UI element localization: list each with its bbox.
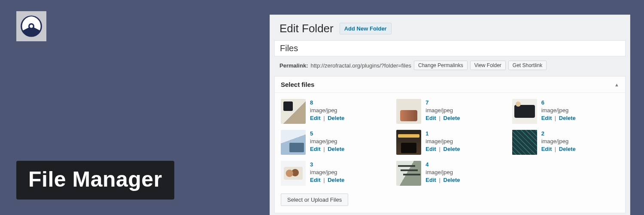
file-item: 3image/jpegEdit | Delete (281, 161, 388, 186)
file-meta: 2image/jpegEdit | Delete (541, 130, 576, 154)
select-files-metabox: Select files ▲ 8image/jpegEdit | Delete7… (274, 76, 626, 213)
file-ops: Edit | Delete (425, 176, 460, 184)
file-thumbnail[interactable] (512, 99, 537, 124)
ops-separator: | (437, 146, 442, 152)
file-edit-link[interactable]: Edit (425, 115, 436, 121)
ops-separator: | (553, 146, 558, 152)
file-thumbnail[interactable] (281, 161, 306, 186)
file-thumbnail[interactable] (396, 161, 421, 186)
file-edit-link[interactable]: Edit (541, 115, 552, 121)
file-item: 7image/jpegEdit | Delete (396, 99, 503, 124)
file-type: image/jpeg (310, 169, 344, 176)
folder-title-field-wrap (274, 40, 626, 56)
file-delete-link[interactable]: Delete (328, 146, 344, 152)
file-ops: Edit | Delete (310, 114, 344, 122)
panel-header: Edit Folder Add New Folder (270, 15, 630, 40)
file-item: 6image/jpegEdit | Delete (512, 99, 619, 124)
file-ops: Edit | Delete (425, 145, 460, 153)
file-name[interactable]: 5 (310, 130, 344, 138)
ops-separator: | (437, 115, 442, 121)
file-delete-link[interactable]: Delete (559, 115, 576, 121)
ops-separator: | (322, 146, 327, 152)
file-delete-link[interactable]: Delete (444, 177, 460, 183)
file-thumbnail[interactable] (512, 130, 537, 155)
file-ops: Edit | Delete (541, 145, 576, 153)
svg-point-2 (30, 25, 33, 28)
file-edit-link[interactable]: Edit (310, 177, 321, 183)
get-shortlink-button[interactable]: Get Shortlink (508, 61, 547, 70)
add-new-folder-button[interactable]: Add New Folder (340, 23, 392, 34)
file-delete-link[interactable]: Delete (328, 177, 344, 183)
ops-separator: | (322, 177, 327, 183)
file-item: 8image/jpegEdit | Delete (281, 99, 388, 124)
file-meta: 6image/jpegEdit | Delete (541, 99, 576, 123)
file-name[interactable]: 2 (541, 130, 576, 138)
file-type: image/jpeg (425, 169, 460, 176)
permalink-url: http://zerofractal.org/plugins/?folder=f… (310, 62, 411, 69)
file-name[interactable]: 4 (425, 161, 460, 169)
file-type: image/jpeg (425, 107, 460, 114)
file-thumbnail[interactable] (396, 99, 421, 124)
metabox-header[interactable]: Select files ▲ (275, 77, 625, 93)
file-name[interactable]: 3 (310, 161, 344, 169)
metabox-toggle-icon[interactable]: ▲ (614, 82, 619, 87)
file-name[interactable]: 6 (541, 99, 576, 107)
change-permalinks-button[interactable]: Change Permalinks (414, 61, 468, 70)
ops-separator: | (437, 177, 442, 183)
file-edit-link[interactable]: Edit (425, 146, 436, 152)
file-meta: 8image/jpegEdit | Delete (310, 99, 344, 123)
file-edit-link[interactable]: Edit (310, 146, 321, 152)
ops-separator: | (553, 115, 558, 121)
file-ops: Edit | Delete (310, 176, 344, 184)
file-item: 1image/jpegEdit | Delete (396, 130, 503, 155)
file-type: image/jpeg (425, 138, 460, 145)
file-delete-link[interactable]: Delete (559, 146, 576, 152)
view-folder-button[interactable]: View Folder (470, 61, 506, 70)
file-name[interactable]: 1 (425, 130, 460, 138)
file-delete-link[interactable]: Delete (444, 146, 460, 152)
file-thumbnail[interactable] (281, 99, 306, 124)
file-ops: Edit | Delete (425, 114, 460, 122)
file-item: 4image/jpegEdit | Delete (396, 161, 503, 186)
file-item: 2image/jpegEdit | Delete (512, 130, 619, 155)
ops-separator: | (322, 115, 327, 121)
file-item: 5image/jpegEdit | Delete (281, 130, 388, 155)
panel-heading: Edit Folder (279, 22, 334, 35)
select-or-upload-button[interactable]: Select or Upload Files (281, 194, 348, 206)
folder-title-input[interactable] (280, 43, 620, 53)
file-thumbnail[interactable] (396, 130, 421, 155)
permalink-label: Permalink: (279, 62, 308, 69)
file-meta: 1image/jpegEdit | Delete (425, 130, 460, 154)
file-ops: Edit | Delete (541, 114, 576, 122)
file-meta: 7image/jpegEdit | Delete (425, 99, 460, 123)
file-delete-link[interactable]: Delete (444, 115, 460, 121)
file-ops: Edit | Delete (310, 145, 344, 153)
metabox-footer: Select or Upload Files (275, 189, 625, 213)
file-type: image/jpeg (541, 107, 576, 114)
admin-panel: Edit Folder Add New Folder Permalink: ht… (270, 15, 630, 215)
file-meta: 4image/jpegEdit | Delete (425, 161, 460, 184)
files-grid: 8image/jpegEdit | Delete7image/jpegEdit … (275, 93, 625, 189)
file-type: image/jpeg (541, 138, 576, 145)
file-edit-link[interactable]: Edit (310, 115, 321, 121)
file-name[interactable]: 8 (310, 99, 344, 107)
metabox-title: Select files (281, 81, 314, 88)
file-type: image/jpeg (310, 138, 344, 145)
file-edit-link[interactable]: Edit (425, 177, 436, 183)
permalink-row: Permalink: http://zerofractal.org/plugin… (270, 56, 630, 76)
plugin-logo (16, 11, 46, 41)
file-edit-link[interactable]: Edit (541, 146, 552, 152)
file-meta: 5image/jpegEdit | Delete (310, 130, 344, 154)
file-thumbnail[interactable] (281, 130, 306, 155)
logo-icon (20, 15, 43, 38)
file-type: image/jpeg (310, 107, 344, 114)
page-title: File Manager (16, 161, 174, 200)
file-name[interactable]: 7 (425, 99, 460, 107)
file-meta: 3image/jpegEdit | Delete (310, 161, 344, 184)
file-delete-link[interactable]: Delete (328, 115, 344, 121)
